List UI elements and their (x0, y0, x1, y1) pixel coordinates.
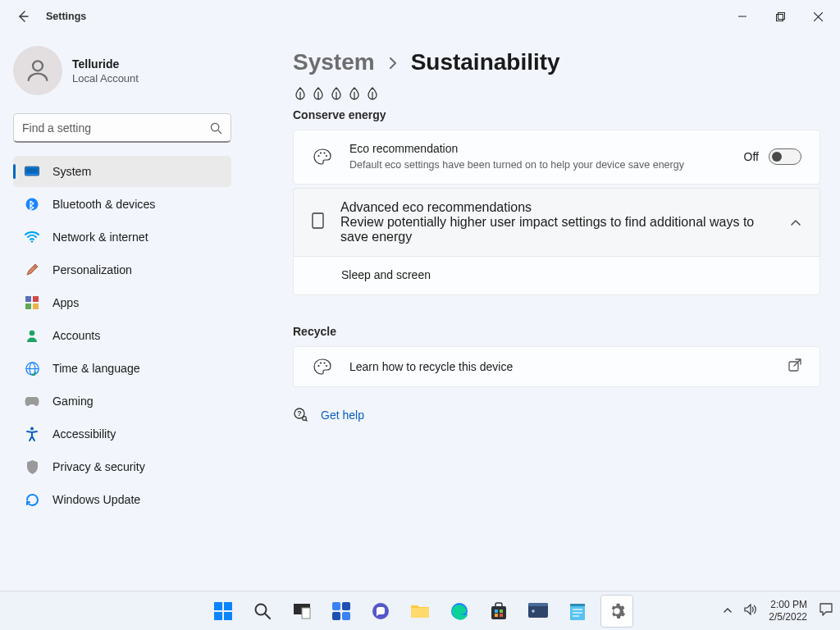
svg-rect-2 (776, 14, 783, 21)
svg-point-23 (326, 155, 327, 157)
nav-item-accounts[interactable]: Accounts (13, 320, 231, 351)
search-input[interactable] (14, 115, 231, 141)
explorer-button[interactable] (404, 595, 436, 628)
nav-item-privacy[interactable]: Privacy & security (13, 451, 231, 482)
nav-item-windows-update[interactable]: Windows Update (13, 484, 231, 515)
main-content: System Sustainability Conserve energy Ec… (293, 49, 820, 587)
app-title: Settings (46, 11, 86, 22)
user-name: Telluride (72, 57, 139, 71)
search-field[interactable] (13, 113, 231, 143)
nav-label: Accessibility (52, 427, 116, 441)
taskbar-search-button[interactable] (246, 595, 279, 628)
advanced-eco-body[interactable]: Sleep and screen (293, 257, 820, 295)
eco-toggle-label: Off (744, 150, 759, 163)
get-help-link[interactable]: ? Get help (293, 407, 820, 424)
advanced-eco-expander[interactable]: Advanced eco recommendations Review pote… (293, 188, 820, 257)
svg-rect-36 (214, 612, 222, 620)
widgets-button[interactable] (325, 595, 358, 628)
svg-text:?: ? (297, 409, 302, 418)
bluetooth-icon (25, 197, 39, 212)
gamepad-icon (25, 394, 39, 409)
nav-label: System (52, 165, 91, 178)
minimize-button[interactable] (724, 3, 761, 30)
svg-point-27 (323, 362, 325, 363)
brush-icon (25, 262, 39, 277)
tray-chevron-icon[interactable] (723, 605, 733, 617)
get-help-label: Get help (321, 409, 364, 422)
advanced-title: Advanced eco recommendations (340, 200, 774, 215)
svg-rect-13 (25, 304, 31, 309)
nav-item-time-language[interactable]: Time & language (13, 353, 231, 384)
globe-icon (25, 361, 39, 376)
taskbar-clock[interactable]: 2:00 PM 2/5/2022 (769, 599, 807, 623)
nav-list: System Bluetooth & devices Network & int… (13, 156, 231, 515)
sidebar: Telluride Local Account System Bluetooth… (13, 46, 231, 515)
person-icon (25, 328, 39, 343)
svg-point-15 (30, 331, 35, 336)
start-button[interactable] (207, 595, 240, 628)
help-icon: ? (293, 407, 308, 424)
maximize-button[interactable] (761, 3, 799, 30)
eco-subtitle: Default eco settings have been turned on… (349, 158, 728, 172)
nav-item-personalization[interactable]: Personalization (13, 254, 231, 285)
close-button[interactable] (799, 3, 837, 30)
nav-item-bluetooth[interactable]: Bluetooth & devices (13, 189, 231, 220)
svg-rect-49 (491, 606, 506, 619)
volume-icon[interactable] (744, 604, 757, 618)
svg-point-26 (320, 362, 322, 363)
svg-rect-34 (214, 602, 222, 610)
nav-label: Gaming (52, 395, 94, 408)
svg-rect-55 (528, 603, 548, 606)
notifications-icon[interactable] (819, 602, 833, 619)
recycle-link-text: Learn how to recycle this device (349, 360, 772, 373)
nav-label: Privacy & security (52, 460, 145, 473)
svg-point-28 (326, 365, 327, 367)
task-view-button[interactable] (285, 595, 318, 628)
svg-point-20 (317, 155, 319, 157)
nav-item-system[interactable]: System (13, 156, 231, 187)
eco-toggle[interactable] (769, 148, 801, 165)
nav-label: Apps (52, 296, 79, 309)
advanced-subtitle: Review potentially higher user impact se… (340, 215, 774, 244)
breadcrumb-parent[interactable]: System (293, 49, 375, 75)
svg-rect-35 (224, 602, 232, 610)
nav-item-gaming[interactable]: Gaming (13, 386, 231, 417)
svg-rect-43 (342, 602, 350, 610)
leaf-icon (311, 87, 326, 102)
palette-icon (312, 148, 333, 165)
svg-point-21 (320, 153, 322, 154)
svg-line-33 (306, 419, 308, 421)
breadcrumb: System Sustainability (293, 49, 820, 75)
nav-item-network[interactable]: Network & internet (13, 221, 231, 253)
edge-button[interactable] (443, 595, 476, 628)
notepad-button[interactable] (561, 595, 594, 628)
leaf-icon (329, 87, 344, 102)
leaf-icon (293, 87, 308, 102)
svg-rect-51 (500, 609, 503, 613)
svg-rect-42 (332, 602, 340, 610)
avatar (13, 46, 62, 95)
svg-rect-8 (26, 168, 38, 174)
recycle-card[interactable]: Learn how to recycle this device (293, 346, 820, 387)
sleep-and-screen-link[interactable]: Sleep and screen (341, 268, 431, 281)
clock-date: 2/5/2022 (769, 611, 807, 623)
store-button[interactable] (482, 595, 515, 628)
nav-item-accessibility[interactable]: Accessibility (13, 418, 231, 450)
nav-item-apps[interactable]: Apps (13, 287, 231, 318)
wifi-icon (25, 230, 39, 244)
desktop-icon (25, 164, 39, 179)
svg-rect-24 (313, 213, 323, 228)
svg-rect-47 (411, 608, 429, 618)
eco-rating-icons (293, 87, 820, 102)
user-block[interactable]: Telluride Local Account (13, 46, 231, 95)
terminal-button[interactable] (522, 595, 555, 628)
section-title-conserve: Conserve energy (293, 108, 820, 121)
chat-button[interactable] (364, 595, 397, 628)
window-controls (724, 3, 837, 30)
settings-taskbar-button[interactable] (600, 595, 633, 628)
nav-label: Network & internet (52, 231, 148, 244)
back-button[interactable] (15, 8, 31, 25)
svg-rect-45 (342, 612, 350, 620)
nav-label: Personalization (52, 263, 132, 276)
section-title-recycle: Recycle (293, 325, 820, 338)
